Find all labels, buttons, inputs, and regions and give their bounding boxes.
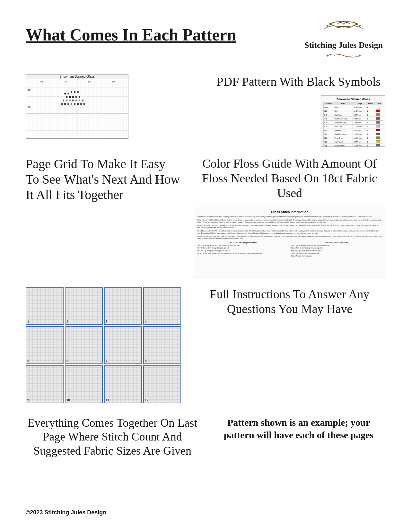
- svg-rect-22: [66, 100, 67, 101]
- col-number: Number: [324, 102, 334, 105]
- floss-skeins: 1: [366, 132, 375, 136]
- instructions-thumbnail: Cross Stitch Information Whether this is…: [194, 207, 385, 277]
- floss-number: 415: [324, 125, 334, 128]
- svg-text:10: 10: [28, 89, 31, 92]
- svg-point-3: [327, 25, 328, 27]
- thumbnail-grid-inner: [66, 366, 102, 403]
- how-to-a-step: Step 1: Go up needle and floss through t…: [197, 245, 288, 247]
- thumbnail-number: 12: [145, 398, 148, 402]
- thumbnails-grid: 1 2 3 4 5 6 7 8 9 10 11 12: [26, 287, 181, 403]
- how-to-b-step: Step 4: Go down through the upper left h…: [291, 253, 382, 255]
- floss-table-row: 726 Light Topaz 8.7 Meters 1: [324, 140, 383, 144]
- floss-skeins: 1: [366, 117, 375, 121]
- floss-number: 413: [324, 117, 334, 121]
- row1: Snowman Stained Glass: [26, 74, 385, 147]
- floss-number: 414: [324, 121, 334, 125]
- thumbnail-number: 8: [145, 359, 147, 363]
- instructions-thumb-title: Cross Stitch Information: [197, 210, 382, 214]
- svg-point-2: [355, 23, 358, 25]
- instructions-thumb-body: Whether this is the first cross stitch p…: [197, 216, 382, 240]
- floss-length: 10.3 Meters: [353, 144, 366, 147]
- how-to-b-step: Step 3: Go up through the lower-left hol…: [291, 250, 382, 252]
- thumbnail-number: 9: [27, 398, 29, 402]
- svg-point-1: [329, 23, 332, 25]
- svg-rect-11: [64, 93, 66, 94]
- floss-color-swatch: [375, 128, 383, 132]
- floss-name: Red: [334, 109, 353, 113]
- thumbnail-number: 10: [66, 398, 70, 402]
- svg-rect-17: [69, 96, 71, 98]
- svg-rect-26: [79, 100, 80, 101]
- instructions-paragraph: How Should I Stitch This? If you prefer …: [197, 230, 382, 234]
- svg-rect-35: [83, 103, 85, 105]
- instructions-paragraph: What Fabric Should You Choose? It's my b…: [197, 219, 382, 223]
- footer: ©2023 Stitching Jules Design: [26, 509, 106, 516]
- how-to-b: How To Do A Full Cross Stitch Step 1: Go…: [291, 242, 382, 258]
- thumbnail-grid-inner: [105, 288, 141, 324]
- svg-rect-27: [82, 100, 83, 101]
- thumbnail-item: 2: [65, 287, 103, 325]
- floss-color-swatch: [375, 140, 383, 144]
- thumbnail-grid-inner: [66, 288, 102, 324]
- row4: Everything Comes Together On Last Page W…: [26, 416, 385, 464]
- thumbnail-grid-inner: [66, 327, 102, 363]
- floss-number: 726: [324, 140, 334, 144]
- svg-rect-12: [67, 93, 69, 94]
- floss-length: 11.2 Meters: [353, 125, 366, 128]
- floss-skeins: 1: [366, 121, 375, 125]
- thumbnail-item: 10: [65, 365, 103, 403]
- logo-flourish-icon: [318, 19, 369, 39]
- svg-rect-14: [74, 91, 75, 92]
- floss-name: Moss Green: [334, 136, 353, 140]
- pdf-text-area: PDF Pattern With Black Symbols Snowman S…: [206, 74, 385, 147]
- floss-table-row: 498 Dark Red 6.8 Meters 1: [324, 128, 383, 132]
- floss-color-swatch: [375, 121, 383, 125]
- floss-guide-thumbnail: Snowman Stained Glass Number Name Length…: [321, 95, 385, 147]
- how-to-b-title: How To Do A Full Cross Stitch: [291, 242, 382, 244]
- floss-guide-table: Number Name Length Skeins Color White Wh…: [323, 102, 383, 147]
- thumbnail-grid-inner: [105, 327, 141, 363]
- row3: 1 2 3 4 5 6 7 8 9 10 11 12 Full Instruct…: [26, 287, 385, 403]
- pattern-image-title: Snowman Stained Glass: [26, 75, 128, 78]
- thumbnail-item: 9: [26, 365, 64, 403]
- page: What Comes In Each Pattern Stitching Jul…: [0, 0, 411, 532]
- floss-number: 798: [324, 144, 334, 147]
- thumbnail-number: 4: [145, 320, 147, 324]
- logo-text: Stitching Jules Design: [302, 40, 385, 51]
- floss-name: Dark Coral: [334, 113, 353, 117]
- floss-number: 580: [324, 132, 334, 136]
- thumbnail-number: 7: [106, 359, 108, 363]
- thumbnail-item: 5: [26, 326, 64, 364]
- floss-length: 7.4 Meters: [353, 121, 366, 125]
- floss-table-row: 321 Red 12.3 Meters 1: [324, 109, 383, 113]
- logo-bottom-flourish-icon: [324, 51, 363, 60]
- floss-skeins: 1: [366, 128, 375, 132]
- floss-color-swatch: [375, 105, 383, 109]
- floss-table-row: 415 Pearl Grey 11.2 Meters 1: [324, 125, 383, 128]
- how-to-a-step: Step 2: Next go down through the upper r…: [197, 247, 288, 249]
- how-to-b-step: Step 1: Go up needle and floss through t…: [291, 245, 382, 247]
- everything-comes-text-area: Everything Comes Together On Last Page W…: [26, 416, 199, 464]
- svg-rect-29: [64, 103, 66, 105]
- svg-rect-28: [61, 103, 63, 105]
- how-to-a-step: Step 3: Go up through the lower-right ho…: [197, 250, 288, 252]
- floss-number: 321: [324, 109, 334, 113]
- floss-length: 8.7 Meters: [353, 140, 366, 144]
- floss-color-swatch: [375, 125, 383, 128]
- svg-rect-20: [79, 96, 80, 98]
- floss-table-row: 580 Dark Moss Green 14.6 Meters 1: [324, 132, 383, 136]
- floss-table-row: 414 Dark Steel Grey 7.4 Meters 1: [324, 121, 383, 125]
- svg-point-4: [359, 25, 361, 27]
- header: What Comes In Each Pattern Stitching Jul…: [26, 19, 385, 62]
- col-length: Length: [353, 102, 366, 105]
- col-skeins: Skeins: [366, 102, 375, 105]
- thumbnail-grid-inner: [144, 288, 180, 324]
- floss-color-swatch: [375, 109, 383, 113]
- how-to-b-step: Step 2: Next go down through the upper r…: [291, 247, 382, 249]
- floss-name: White: [334, 105, 353, 109]
- thumbnail-item: 12: [143, 365, 181, 403]
- svg-rect-16: [66, 96, 67, 98]
- floss-length: 6.8 Meters: [353, 128, 366, 132]
- floss-table-row: 413 Dark Pewter Grey 9.1 Meters 1: [324, 117, 383, 121]
- floss-length: 18.5 Meters: [353, 105, 366, 109]
